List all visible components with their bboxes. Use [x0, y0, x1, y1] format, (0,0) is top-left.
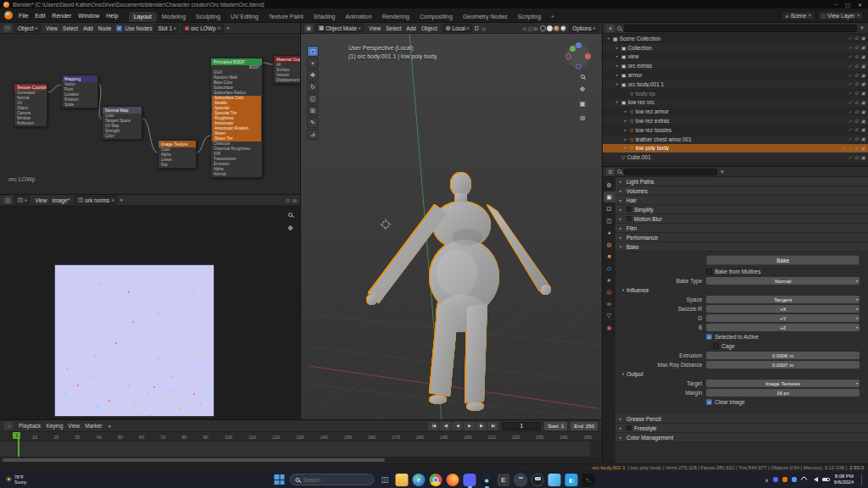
bake-panel-header[interactable]: ▾ Bake	[615, 242, 868, 252]
outliner-row[interactable]: ▽ Cube.001 ✓ ⊙ ▣	[603, 152, 868, 162]
shading-solid-icon[interactable]	[547, 25, 553, 31]
cage-checkbox[interactable]	[713, 343, 719, 349]
options-dropdown[interactable]: Options ▾	[569, 24, 598, 32]
show-gizmo-icon[interactable]: ⊙	[523, 25, 527, 31]
outliner-row[interactable]: ▸ ▽ leather chest amor.001 ✓ ⊙ ▣	[603, 135, 868, 144]
outliner-item-label[interactable]: leather chest amor.001	[636, 136, 845, 142]
viewport-menu-item[interactable]: Add	[403, 25, 419, 31]
outliner-item-label[interactable]: armor	[628, 72, 845, 78]
pin-icon[interactable]: ♦	[120, 197, 123, 202]
tab-scene[interactable]: ◕	[604, 227, 615, 238]
image-selector[interactable]: ◫ ork norms ✕	[75, 196, 118, 204]
tab-modeling[interactable]: Modeling	[157, 12, 191, 22]
hidden-icons-chevron[interactable]: ∧	[765, 477, 768, 483]
pin-icon[interactable]: ♦	[226, 25, 229, 30]
hide-eye-icon[interactable]: ⊙	[854, 73, 859, 78]
selectable-checkbox-icon[interactable]: ✓	[849, 155, 853, 160]
bake-type-dropdown[interactable]: Normal ▾	[706, 277, 860, 285]
panel-enable-checkbox[interactable]	[626, 216, 632, 221]
menu-item[interactable]: Render	[48, 13, 75, 19]
outliner-row[interactable]: ▸ ▣ orc extras ✓ ⊙ ▣	[603, 61, 868, 70]
image-unlink-icon[interactable]: ✕	[111, 198, 114, 202]
tab-object[interactable]: ■	[604, 251, 615, 262]
hide-eye-icon[interactable]: ⊙	[854, 155, 859, 160]
outliner-row[interactable]: ▾ ▦ Scene Collection ✓ ⊙ ▣	[603, 34, 868, 43]
outliner-row[interactable]: ▾ ▣ low rez orc ✓ ⊙ ▣	[603, 98, 868, 108]
outliner-row[interactable]: ▾ ▽ low poly body ✓ ✓ ⊙ ▣	[603, 144, 868, 153]
wifi-icon[interactable]	[799, 475, 808, 484]
disclosure-arrow-icon[interactable]: ▸	[623, 109, 628, 114]
image-menu-item[interactable]: View	[32, 197, 49, 203]
selectable-checkbox-icon[interactable]: ✓	[849, 81, 853, 86]
navigation-gizmo[interactable]	[566, 44, 590, 68]
render-visibility-icon[interactable]: ▣	[861, 146, 865, 151]
render-visibility-icon[interactable]: ▣	[861, 54, 865, 59]
discord[interactable]	[464, 474, 476, 486]
proportional-edit-icon[interactable]: ◎	[481, 25, 486, 31]
measure-tool[interactable]: ⊿	[307, 129, 319, 140]
tab-render[interactable]: ▣	[604, 191, 615, 202]
render-visibility-icon[interactable]: ▣	[861, 36, 865, 41]
panel-enable-checkbox[interactable]	[626, 207, 632, 212]
extrusion-field[interactable]: 0.0006 m	[706, 352, 860, 359]
rotate-tool[interactable]: ↻	[307, 81, 319, 92]
current-frame-chip[interactable]: 1	[13, 432, 20, 439]
tab-world[interactable]: ◍	[604, 239, 615, 250]
max-ray-distance-field[interactable]: 0.0007 m	[706, 361, 860, 369]
menu-item[interactable]: Window	[75, 13, 103, 19]
render-visibility-icon[interactable]: ▣	[861, 155, 865, 160]
show-desktop-button[interactable]	[861, 474, 863, 485]
outliner-item-label[interactable]: Scene Collection	[620, 36, 845, 42]
shading-wireframe-icon[interactable]	[540, 25, 546, 31]
disclosure-arrow-icon[interactable]: ▾	[615, 100, 620, 104]
selectable-checkbox-icon[interactable]: ✓	[849, 91, 853, 96]
timeline-scrollbar[interactable]	[0, 457, 602, 463]
outliner-item-label[interactable]: orc extras	[628, 63, 845, 69]
image-canvas[interactable]: ✥	[0, 206, 300, 419]
outliner-item-label[interactable]: low rez orc	[628, 99, 845, 105]
outliner-row[interactable]: ▸ ▽ low rez armor ✓ ⊙ ▣	[603, 107, 868, 116]
material-selector[interactable]: orc LOWp ✕	[181, 24, 224, 32]
filter-icon[interactable]: ▼	[860, 25, 865, 30]
image-editor-type-icon[interactable]: ◫	[3, 197, 12, 204]
zoom-icon[interactable]	[581, 75, 585, 79]
outliner-row[interactable]: ▸ ▣ view ✓ ⊙ ▣	[603, 53, 868, 62]
menu-item[interactable]: Edit	[31, 13, 48, 19]
render-visibility-icon[interactable]: ▣	[861, 100, 865, 105]
render-visibility-icon[interactable]: ▣	[861, 127, 865, 132]
play-reverse-button[interactable]: ◀	[452, 422, 463, 430]
swizzle-r-dropdown[interactable]: +X ▾	[706, 305, 860, 313]
selectable-checkbox-icon[interactable]: ✓	[849, 136, 853, 141]
render-visibility-icon[interactable]: ▣	[861, 136, 865, 141]
viewport-menu-item[interactable]: Select	[383, 25, 403, 31]
scene-unlink-icon[interactable]: ✕	[808, 13, 812, 18]
timeline-body[interactable]: 1020304050607080901001101201301401501601…	[0, 432, 602, 457]
tab-constraints[interactable]: ∞	[604, 298, 615, 309]
outliner-item-label[interactable]: Cube.001	[627, 154, 845, 160]
node-image-texture[interactable]: Image Texture ColorAlphaLinearFlat	[158, 140, 197, 169]
timeline-menu-item[interactable]: Marker	[82, 423, 104, 429]
timeline-menu-item[interactable]: Keying	[43, 423, 65, 429]
tab-modifiers[interactable]: ◇	[604, 263, 615, 274]
tab-compositing[interactable]: Compositing	[415, 12, 458, 22]
render-visibility-icon[interactable]: ▣	[861, 81, 865, 86]
terminal[interactable]: >_	[582, 474, 595, 486]
hide-eye-icon[interactable]: ⊙	[854, 54, 859, 59]
image-settings-icon[interactable]: ⊙	[286, 197, 290, 203]
menu-item[interactable]: File	[15, 13, 31, 19]
play-button[interactable]: ▶	[464, 422, 475, 430]
target-dropdown[interactable]: Image Textures ▾	[706, 380, 860, 387]
timeline-track[interactable]	[0, 441, 602, 457]
shader-type-dropdown[interactable]: Object ▾	[14, 24, 41, 32]
outliner-search-input[interactable]	[624, 25, 857, 32]
auto-keying-record-icon[interactable]: ●	[108, 424, 111, 429]
properties-search-input[interactable]	[624, 169, 717, 175]
annotate-tool[interactable]: ✎	[307, 117, 319, 128]
selectable-checkbox-icon[interactable]: ✓	[849, 119, 853, 124]
panel-enable-checkbox[interactable]	[626, 425, 632, 430]
properties-panel-header[interactable]: ▸ Freestyle	[615, 424, 868, 433]
bake-from-multires-checkbox[interactable]	[706, 269, 712, 274]
selectable-checkbox-icon[interactable]: ✓	[849, 127, 853, 132]
outliner-item-label[interactable]: low poly body	[636, 145, 841, 151]
properties-panel-header[interactable]: ▸ Volumes	[615, 186, 868, 196]
